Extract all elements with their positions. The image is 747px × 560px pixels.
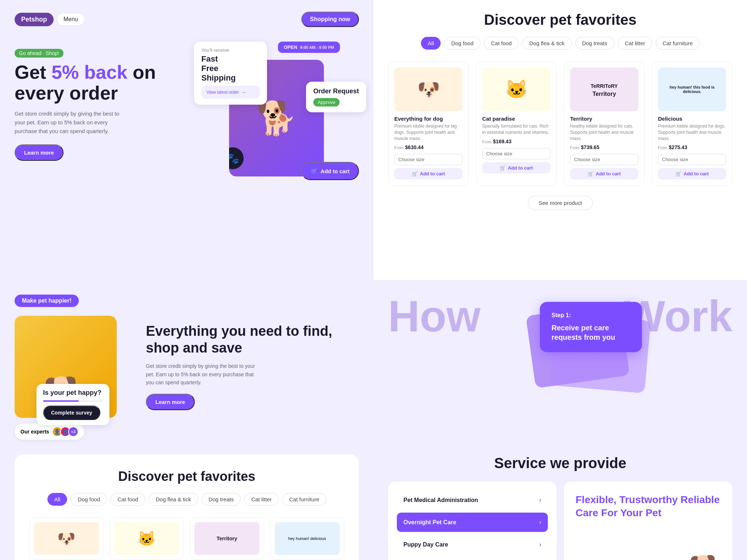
service-item-4[interactable]: Training Through Goodpup › [397, 557, 548, 560]
services-content: Pet Medical Administration › Overnight P… [388, 482, 732, 560]
bottom-filter-all[interactable]: All [47, 493, 67, 506]
from-label-4: From [658, 145, 667, 150]
cart-icon-4: 🛒 [676, 171, 681, 176]
service-item-3[interactable]: Puppy Day Care › [397, 535, 548, 554]
shopping-now-button[interactable]: Shopping now [301, 12, 359, 27]
bottom-filter-dog-food[interactable]: Dog food [71, 493, 107, 506]
service-arrow-2: › [539, 518, 541, 526]
from-label-2: From [482, 140, 492, 144]
bottom-filter-dog-flea[interactable]: Dog flea & tick [149, 493, 198, 506]
bottom-filter-cat-furniture[interactable]: Cat furniture [282, 493, 326, 506]
hero-highlight: 5% back [51, 62, 127, 83]
see-more-button[interactable]: See more product [528, 196, 592, 210]
bottom-filter-dog-treats[interactable]: Dog treats [202, 493, 241, 506]
bottom-filter-cat-litter[interactable]: Cat litter [244, 493, 279, 506]
open-badge: OPEN 9:00 AM - 9:00 PM [278, 42, 340, 53]
product-price-2: From $169.43 [482, 139, 550, 144]
service-item-2[interactable]: Overnight Pet Care › [397, 513, 548, 532]
everything-sub: Get store credit simply by giving the be… [146, 362, 263, 386]
view-latest-order[interactable]: View latest order → [201, 86, 260, 99]
survey-card: Is your pet happy? Complete survey [36, 384, 109, 425]
filter-cat-furniture[interactable]: Cat furniture [656, 37, 700, 50]
corgi-area: 🐕 Is your pet happy? Complete survey Our… [15, 316, 131, 440]
product-desc-3: Healthy kibble designed for cats. Suppor… [570, 123, 638, 141]
price-value-1: $630.44 [405, 144, 424, 150]
product-card-4: hey human! this food is delicious. Delic… [652, 61, 732, 186]
product-img-1: 🐶 [394, 67, 462, 111]
service-item-1[interactable]: Pet Medical Administration › [397, 490, 548, 510]
paw-badge: 🐾 [229, 147, 244, 169]
service-arrow-1: › [539, 496, 541, 504]
page-grid: Petshop Menu Shopping now Go ahead · Sho… [0, 0, 747, 560]
filter-cat-food[interactable]: Cat food [484, 37, 519, 50]
step-1-number: Step 1: [551, 312, 630, 319]
step-1-desc: Receive pet care requests from you [551, 323, 630, 342]
dog-sitting-image: 🐕 [689, 554, 725, 560]
product-card-3: TeRRIToRY Territory Territory Healthy ki… [564, 61, 645, 186]
filter-dog-flea[interactable]: Dog flea & tick [522, 37, 572, 50]
filter-dog-treats[interactable]: Dog treats [575, 37, 614, 50]
services-section: Service we provide Pet Medical Administr… [374, 440, 747, 560]
discover-bottom-section: Discover pet favorites All Dog food Cat … [15, 454, 359, 560]
hero-subtitle: Get store credit simply by giving the be… [15, 109, 124, 136]
mini-img-4: hey human! delicious [275, 522, 340, 555]
filter-dog-food[interactable]: Dog food [444, 37, 480, 50]
mini-product-3: Territory [190, 517, 264, 560]
discover-bottom-filters: All Dog food Cat food Dog flea & tick Do… [29, 493, 344, 506]
cart-icon: 🛒 [311, 168, 318, 174]
add-to-cart-button[interactable]: 🛒 Add to cart [301, 162, 359, 180]
approve-badge: Approve [313, 98, 340, 106]
service-label-3: Puppy Day Care [403, 541, 448, 548]
add-cart-btn-4[interactable]: 🛒 Add to cart [658, 168, 726, 179]
price-value-2: $169.43 [493, 139, 512, 144]
size-select-2[interactable]: Choose size [482, 148, 550, 159]
add-cart-btn-3[interactable]: 🛒 Add to cart [570, 168, 638, 179]
right-bottom-section: How Work Step 1: Receive pet care reques… [374, 280, 747, 560]
navbar: Petshop Menu Shopping now [15, 12, 359, 27]
mini-product-2: 🐱 [109, 517, 184, 560]
left-bottom-section: Make pet happier! 🐕 Is your pet happy? C… [0, 280, 374, 560]
product-desc-1: Premium kibble designed for big dogs. Su… [394, 123, 462, 141]
hero-badge: Go ahead · Shop! [15, 49, 63, 58]
add-to-cart-label: Add to cart [321, 168, 349, 174]
mini-img-1: 🐶 [34, 522, 99, 555]
bottom-right: Everything you need to find, shop and sa… [146, 316, 359, 410]
product-price-4: From $275.43 [658, 144, 726, 150]
promo-title: Flexible, Trustworthy Reliable Care For … [576, 493, 721, 520]
youll-receive-label: You'll receive: [201, 47, 260, 53]
product-price-3: From $739.65 [570, 144, 638, 150]
discover-title: Discover pet favorites [388, 12, 732, 28]
progress-fill [43, 400, 79, 402]
bottom-filter-cat-food[interactable]: Cat food [111, 493, 145, 506]
mini-img-2: 🐱 [114, 522, 179, 555]
from-label-3: From [570, 145, 580, 150]
product-img-4: hey human! this food is delicious. [658, 67, 726, 111]
cart-icon-3: 🛒 [588, 171, 593, 176]
how-it-works: How Work Step 1: Receive pet care reques… [374, 280, 747, 440]
survey-question: Is your pet happy? [43, 389, 103, 397]
arrow-icon: → [241, 89, 246, 95]
menu-button[interactable]: Menu [57, 13, 85, 26]
price-value-4: $275.43 [669, 144, 688, 150]
order-request-card: Order Request Approve [306, 82, 366, 112]
discover-section: Discover pet favorites All Dog food Cat … [374, 0, 747, 280]
add-cart-btn-1[interactable]: 🛒 Add to cart [394, 168, 462, 179]
open-hours: 9:00 AM - 9:00 PM [300, 45, 334, 50]
services-list-card: Pet Medical Administration › Overnight P… [388, 482, 557, 560]
mini-product-4: hey human! delicious [270, 517, 344, 560]
learn-more-button-2[interactable]: Learn more [146, 394, 195, 410]
filter-cat-litter[interactable]: Cat litter [618, 37, 652, 50]
add-cart-btn-2[interactable]: 🛒 Add to cart [482, 162, 550, 174]
size-select-1[interactable]: Choose size [394, 154, 462, 165]
complete-survey-button[interactable]: Complete survey [43, 405, 100, 420]
size-select-3[interactable]: Choose size [570, 154, 638, 165]
from-label-1: From [394, 145, 404, 150]
bottom-content: 🐕 Is your pet happy? Complete survey Our… [15, 316, 359, 440]
product-price-1: From $630.44 [394, 144, 462, 150]
add-cart-label-1: Add to cart [420, 171, 445, 176]
size-select-4[interactable]: Choose size [658, 154, 726, 165]
hero-learn-more-button[interactable]: Learn more [15, 144, 63, 161]
product-img-2: 🐱 [482, 67, 550, 111]
filter-all[interactable]: All [421, 37, 441, 50]
product-name-4: Delicious [658, 116, 726, 122]
